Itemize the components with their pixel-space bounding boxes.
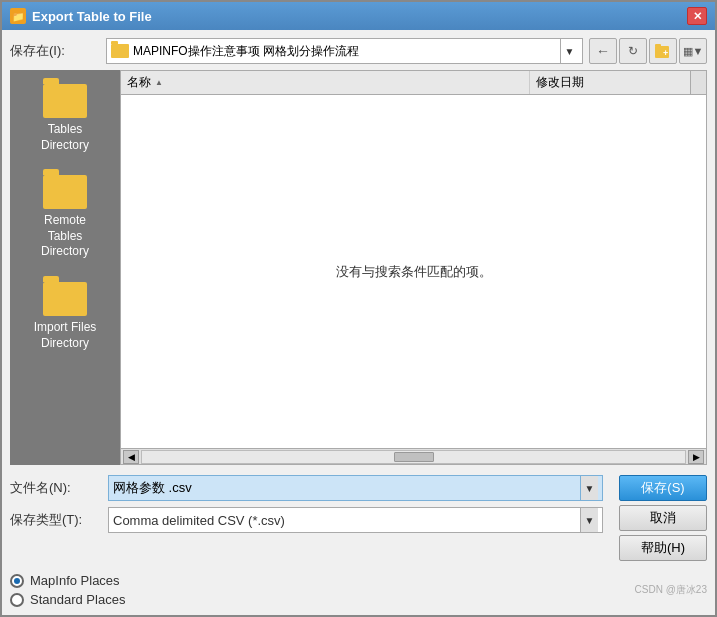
close-button[interactable]: ✕ [687,7,707,25]
toolbar-buttons: ← ↻ + ▦▼ [589,38,707,64]
back-button[interactable]: ← [589,38,617,64]
file-list-area: 名称 ▲ 修改日期 没有与搜索条件匹配的项。 ◀ [120,70,707,465]
empty-message: 没有与搜索条件匹配的项。 [336,263,492,281]
filetype-dropdown[interactable]: ▼ [580,508,598,532]
form-rows: 文件名(N): ▼ 保存类型(T): Comma delimited CSV (… [10,475,603,533]
title-bar: 📁 Export Table to File ✕ [2,2,715,30]
action-buttons: 保存(S) 取消 帮助(H) [619,475,707,561]
location-path: MAPINFO操作注意事项 网格划分操作流程 [133,43,556,60]
refresh-button[interactable]: ↻ [619,38,647,64]
title-icon: 📁 [10,8,26,24]
filetype-combo[interactable]: Comma delimited CSV (*.csv) ▼ [108,507,603,533]
scroll-right-btn[interactable]: ▶ [688,450,704,464]
main-area: TablesDirectory RemoteTablesDirectory Im… [10,70,707,465]
bottom-row: MapInfo Places Standard Places CSDN @唐冰2… [10,567,707,607]
cancel-button[interactable]: 取消 [619,505,707,531]
filename-row: 文件名(N): ▼ [10,475,603,501]
radio-mapinfo-places[interactable]: MapInfo Places [10,573,125,588]
folder-icon [111,44,129,58]
location-combo[interactable]: MAPINFO操作注意事项 网格划分操作流程 ▼ [106,38,583,64]
col-name: 名称 ▲ [121,71,530,94]
scroll-left-btn[interactable]: ◀ [123,450,139,464]
location-dropdown-btn[interactable]: ▼ [560,39,578,63]
title-text: Export Table to File [32,9,687,24]
filetype-value: Comma delimited CSV (*.csv) [113,513,580,528]
file-list-body: 没有与搜索条件匹配的项。 [121,95,706,448]
remote-tables-label: RemoteTablesDirectory [41,213,89,260]
radio-standard-circle [10,593,24,607]
scroll-track[interactable] [141,450,686,464]
horizontal-scrollbar[interactable]: ◀ ▶ [121,448,706,464]
radio-mapinfo-circle [10,574,24,588]
tables-directory-label: TablesDirectory [41,122,89,153]
sidebar-item-remote-tables[interactable]: RemoteTablesDirectory [14,169,116,266]
location-label: 保存在(I): [10,42,100,60]
radio-standard-label: Standard Places [30,592,125,607]
sort-arrow: ▲ [155,78,163,87]
save-button[interactable]: 保存(S) [619,475,707,501]
dialog: 📁 Export Table to File ✕ 保存在(I): MAPINFO… [0,0,717,617]
file-list-header: 名称 ▲ 修改日期 [121,71,706,95]
col-date: 修改日期 [530,71,690,94]
sidebar-item-tables-directory[interactable]: TablesDirectory [14,78,116,159]
new-folder-button[interactable]: + [649,38,677,64]
tables-directory-icon [43,84,87,118]
svg-rect-1 [655,44,661,47]
import-files-icon [43,282,87,316]
help-button[interactable]: 帮助(H) [619,535,707,561]
filename-combo[interactable]: ▼ [108,475,603,501]
filename-dropdown[interactable]: ▼ [580,476,598,500]
col-name-label: 名称 [127,74,151,91]
sidebar-item-import-files[interactable]: Import FilesDirectory [14,276,116,357]
remote-tables-icon [43,175,87,209]
filetype-label: 保存类型(T): [10,511,100,529]
col-date-label: 修改日期 [536,74,584,91]
svg-text:+: + [663,48,668,58]
radio-group: MapInfo Places Standard Places [10,573,125,607]
radio-mapinfo-label: MapInfo Places [30,573,120,588]
radio-standard-places[interactable]: Standard Places [10,592,125,607]
filetype-row: 保存类型(T): Comma delimited CSV (*.csv) ▼ [10,507,603,533]
view-button[interactable]: ▦▼ [679,38,707,64]
form-rows-and-buttons: 文件名(N): ▼ 保存类型(T): Comma delimited CSV (… [10,475,707,561]
sidebar: TablesDirectory RemoteTablesDirectory Im… [10,70,120,465]
filename-label: 文件名(N): [10,479,100,497]
watermark: CSDN @唐冰23 [635,583,707,597]
scroll-thumb[interactable] [394,452,434,462]
location-row: 保存在(I): MAPINFO操作注意事项 网格划分操作流程 ▼ ← ↻ + ▦… [10,38,707,64]
bottom-controls: 文件名(N): ▼ 保存类型(T): Comma delimited CSV (… [10,471,707,607]
import-files-label: Import FilesDirectory [34,320,97,351]
filename-input[interactable] [113,481,580,496]
dialog-body: 保存在(I): MAPINFO操作注意事项 网格划分操作流程 ▼ ← ↻ + ▦… [2,30,715,615]
